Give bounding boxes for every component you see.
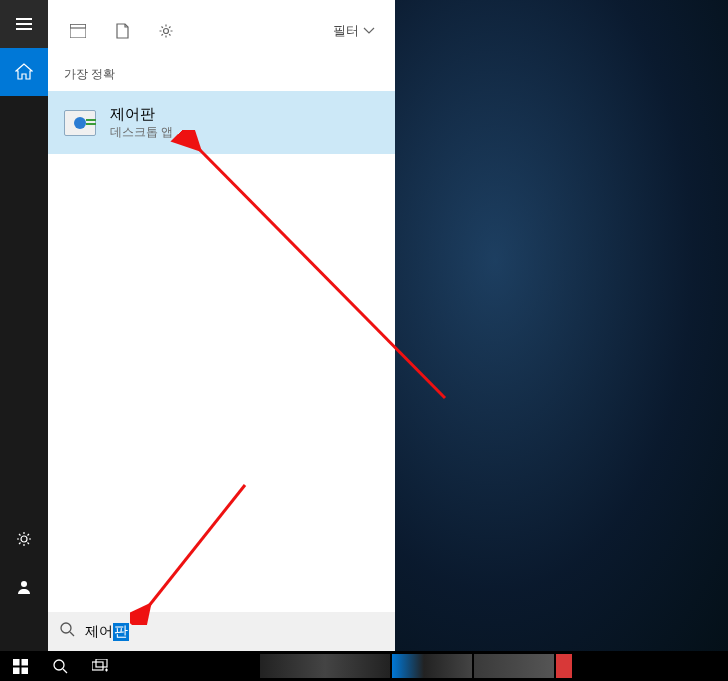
results-empty-area — [48, 154, 395, 612]
taskbar-app-3[interactable] — [474, 654, 554, 678]
svg-rect-13 — [92, 662, 103, 670]
svg-rect-14 — [96, 659, 107, 667]
account-button[interactable] — [0, 563, 48, 611]
home-icon — [15, 63, 33, 81]
result-title: 제어판 — [110, 105, 173, 124]
filter-dropdown[interactable]: 필터 — [325, 18, 383, 44]
svg-point-5 — [61, 623, 71, 633]
svg-point-4 — [164, 29, 169, 34]
account-icon — [15, 578, 33, 596]
control-panel-icon — [64, 110, 96, 136]
section-header-best-match: 가장 정확 — [48, 62, 395, 91]
svg-rect-10 — [13, 667, 20, 674]
search-typed-text: 제어 — [85, 623, 113, 641]
task-view-button[interactable] — [80, 651, 120, 681]
result-subtitle: 데스크톱 앱 — [110, 124, 173, 141]
desktop-background — [395, 0, 728, 651]
svg-point-12 — [54, 660, 64, 670]
svg-rect-8 — [13, 659, 20, 666]
gear-icon — [15, 530, 33, 548]
hamburger-icon — [16, 18, 32, 30]
search-completion-text: 판 — [113, 623, 129, 641]
search-input-box[interactable]: 제어판 — [48, 612, 395, 651]
svg-rect-3 — [70, 24, 86, 28]
filter-label: 필터 — [333, 22, 359, 40]
taskbar-app-1[interactable] — [260, 654, 390, 678]
gear-icon — [158, 23, 174, 39]
settings-filter-button[interactable] — [148, 13, 184, 49]
svg-point-0 — [21, 536, 27, 542]
search-icon — [53, 659, 68, 674]
start-button[interactable] — [0, 651, 40, 681]
document-icon — [116, 23, 129, 39]
apps-filter-button[interactable] — [60, 13, 96, 49]
task-view-icon — [92, 659, 108, 673]
taskbar — [0, 651, 728, 681]
result-text-block: 제어판 데스크톱 앱 — [110, 105, 173, 141]
hamburger-menu-button[interactable] — [0, 0, 48, 48]
search-results-panel: 필터 가장 정확 제어판 데스크톱 앱 제어판 — [48, 0, 395, 651]
taskbar-running-apps — [260, 654, 572, 678]
settings-button[interactable] — [0, 515, 48, 563]
start-menu-sidebar — [0, 0, 48, 651]
home-button[interactable] — [0, 48, 48, 96]
svg-rect-2 — [70, 24, 86, 38]
svg-rect-9 — [21, 659, 28, 666]
search-text: 제어판 — [85, 623, 129, 641]
search-result-control-panel[interactable]: 제어판 데스크톱 앱 — [48, 91, 395, 154]
taskbar-app-2[interactable] — [392, 654, 472, 678]
taskbar-app-4[interactable] — [556, 654, 572, 678]
apps-icon — [70, 24, 86, 38]
taskbar-search-button[interactable] — [40, 651, 80, 681]
windows-icon — [13, 659, 28, 674]
documents-filter-button[interactable] — [104, 13, 140, 49]
search-icon — [60, 622, 75, 641]
panel-header: 필터 — [48, 0, 395, 62]
chevron-down-icon — [363, 27, 375, 35]
svg-point-1 — [21, 581, 27, 587]
svg-rect-11 — [21, 667, 28, 674]
